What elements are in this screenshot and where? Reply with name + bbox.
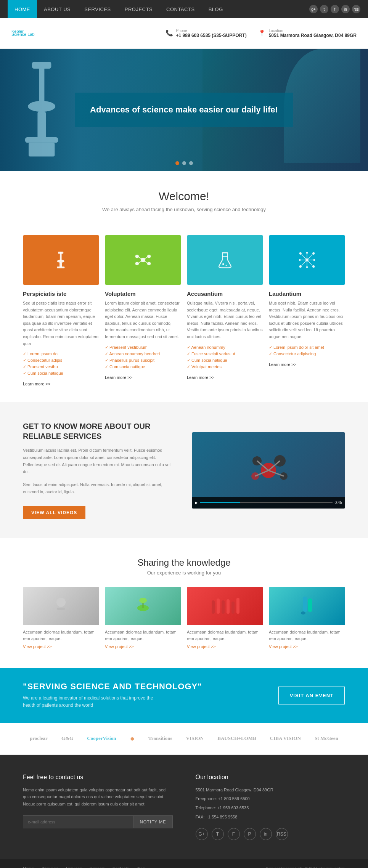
- svg-rect-10: [57, 266, 64, 268]
- footer-pinterest-icon[interactable]: P: [244, 828, 256, 840]
- facebook-icon[interactable]: f: [331, 5, 339, 13]
- project-desc-1: Accumsan dolornae laudantium, totam rem …: [23, 629, 99, 642]
- svg-rect-9: [59, 262, 62, 267]
- svg-point-15: [147, 262, 151, 265]
- svg-rect-58: [231, 602, 235, 614]
- hero-section: Advances of science make easier our dail…: [0, 49, 368, 171]
- brand-vision: VISION: [186, 735, 204, 741]
- svg-point-12: [135, 255, 139, 258]
- project-image-4: [269, 587, 345, 625]
- footer-nav-about[interactable]: About us: [42, 866, 58, 868]
- footer-nav-projects[interactable]: Projects: [90, 866, 105, 868]
- brand-bausch: BAUSCH+LOMB: [217, 735, 256, 741]
- nav-item-about[interactable]: ABOUT US: [37, 0, 77, 18]
- svg-rect-59: [236, 598, 239, 614]
- footer-copyright: Kepler Science Lab. © 2015 Privacy polic…: [266, 866, 345, 868]
- cta-text: "SERVING SCIENCE AND TECHNOLOGY" We are …: [23, 682, 202, 709]
- svg-line-18: [139, 262, 141, 263]
- nav-item-services[interactable]: SERVICES: [77, 0, 118, 18]
- svg-point-13: [147, 255, 151, 258]
- footer-contact-desc: Nemo enim ipsam voluptatem quia voluptas…: [23, 786, 173, 808]
- view-all-videos-button[interactable]: VIEW ALL VIDEOS: [23, 506, 85, 519]
- footer-telephone: Telephone: +1 959 603 6535: [196, 804, 346, 812]
- play-icon[interactable]: ▶: [195, 501, 198, 505]
- footer-nav-services[interactable]: Services: [66, 866, 82, 868]
- learn-more-1[interactable]: Learn more >>: [23, 382, 50, 386]
- service-list-item: Aenean nonummy: [187, 344, 263, 351]
- video-section: GET TO KNOW MORE ABOUT OUR RELIABLE SERV…: [0, 402, 368, 538]
- nav-item-projects[interactable]: PROJECTS: [118, 0, 159, 18]
- hero-dot-1[interactable]: [175, 161, 179, 165]
- nav-item-blog[interactable]: BLOG: [202, 0, 230, 18]
- footer-freephone: Freephone: +1 800 559 6500: [196, 795, 346, 802]
- brand-dot: ●: [130, 734, 135, 743]
- footer-nav-home[interactable]: Home: [23, 866, 34, 868]
- project-image-3: [187, 587, 263, 625]
- molecule-icon: [133, 250, 153, 270]
- project-card-4: Accumsan dolornae laudantium, totam rem …: [269, 587, 345, 649]
- footer-twitter-icon[interactable]: T: [212, 828, 224, 840]
- freephone-label: Freephone: [196, 796, 216, 801]
- view-project-4[interactable]: View project >>: [269, 644, 298, 649]
- telephone-label: Telephone: [196, 805, 215, 810]
- service-list-item: Cum socia natiique: [105, 364, 181, 370]
- twitter-icon[interactable]: t: [320, 5, 328, 13]
- service-title-2: Voluptatem: [105, 290, 181, 297]
- service-card-4: Laudantium Mus eget nibb. Etiam cursus l…: [269, 235, 345, 387]
- view-project-3[interactable]: View project >>: [187, 644, 216, 649]
- footer-contact-section: Feel free to contact us Nemo enim ipsam …: [23, 774, 173, 841]
- view-project-2[interactable]: View project >>: [105, 644, 134, 649]
- learn-more-2[interactable]: Learn more >>: [105, 375, 132, 380]
- footer-googleplus-icon[interactable]: G+: [196, 828, 208, 840]
- location-value: 5051 Marmora Road Glasgow, D04 89GR: [269, 33, 357, 38]
- hero-dot-2[interactable]: [182, 161, 186, 165]
- footer-top: Feel free to contact us Nemo enim ipsam …: [0, 755, 368, 860]
- email-input[interactable]: [23, 815, 134, 828]
- hero-dot-3[interactable]: [189, 161, 193, 165]
- flask-icon: [215, 250, 235, 270]
- project-desc-2: Accumsan dolornae laudantium, totam rem …: [105, 629, 181, 642]
- fax-label: FAX: [196, 815, 204, 819]
- footer-location-title: Our location: [196, 774, 346, 781]
- svg-line-17: [145, 257, 147, 258]
- svg-point-24: [299, 252, 302, 255]
- video-player[interactable]: ▶ 0:45: [192, 432, 346, 509]
- learn-more-4[interactable]: Learn more >>: [269, 362, 296, 367]
- brand-proclear: proclear: [30, 735, 48, 741]
- phone-icon: 📞: [166, 29, 173, 37]
- svg-rect-57: [227, 599, 230, 614]
- location-icon: 📍: [258, 29, 266, 37]
- service-list-item: Lorem ipsum dolor sit amet: [269, 344, 345, 351]
- footer-contact-title: Feel free to contact us: [23, 774, 173, 781]
- footer-rss-icon[interactable]: RSS: [276, 828, 288, 840]
- linkedin-icon[interactable]: in: [341, 5, 350, 13]
- footer-linkedin-icon[interactable]: in: [260, 828, 272, 840]
- brand-ciba: CIBA VISION: [270, 735, 301, 741]
- brand-transitions: Transitions: [148, 735, 172, 741]
- view-project-1[interactable]: View project >>: [23, 644, 52, 649]
- svg-rect-3: [37, 112, 46, 139]
- svg-point-11: [141, 258, 146, 263]
- logo[interactable]: Kepler Science Lab: [11, 30, 35, 37]
- fax-value: +1 554 895 9558: [206, 815, 237, 819]
- projects-grid: Accumsan dolornae laudantium, totam rem …: [23, 587, 345, 649]
- footer-nav-contacts[interactable]: Contacts: [112, 866, 129, 868]
- service-list-4: Lorem ipsum dolor sit amet Consectetur a…: [269, 344, 345, 357]
- nav-item-home[interactable]: HOME: [8, 0, 37, 18]
- google-plus-icon[interactable]: g+: [309, 5, 318, 13]
- footer-facebook-icon[interactable]: F: [228, 828, 240, 840]
- visit-event-button[interactable]: VISIT AN EVENT: [278, 687, 345, 704]
- cta-desc: We are a leading innovator of medical so…: [23, 695, 156, 709]
- network-icon: [297, 250, 317, 270]
- molecule-visualization: [238, 446, 299, 495]
- notify-button[interactable]: NOTIFY ME: [134, 815, 173, 828]
- footer-nav-blog[interactable]: Blog: [137, 866, 145, 868]
- video-title: GET TO KNOW MORE ABOUT OUR RELIABLE SERV…: [23, 421, 177, 441]
- nav-item-contacts[interactable]: CONTACTS: [159, 0, 202, 18]
- rss-icon[interactable]: rss: [352, 5, 360, 13]
- learn-more-3[interactable]: Learn more >>: [187, 375, 214, 380]
- video-controls: ▶ 0:45: [192, 497, 346, 509]
- header-contact: 📞 Phone +1 989 603 6535 (S35-SUPPORT) 📍 …: [166, 29, 357, 38]
- svg-point-27: [312, 265, 315, 268]
- service-desc-2: Lorem ipsum dolor sit amet, consectetur …: [105, 300, 181, 340]
